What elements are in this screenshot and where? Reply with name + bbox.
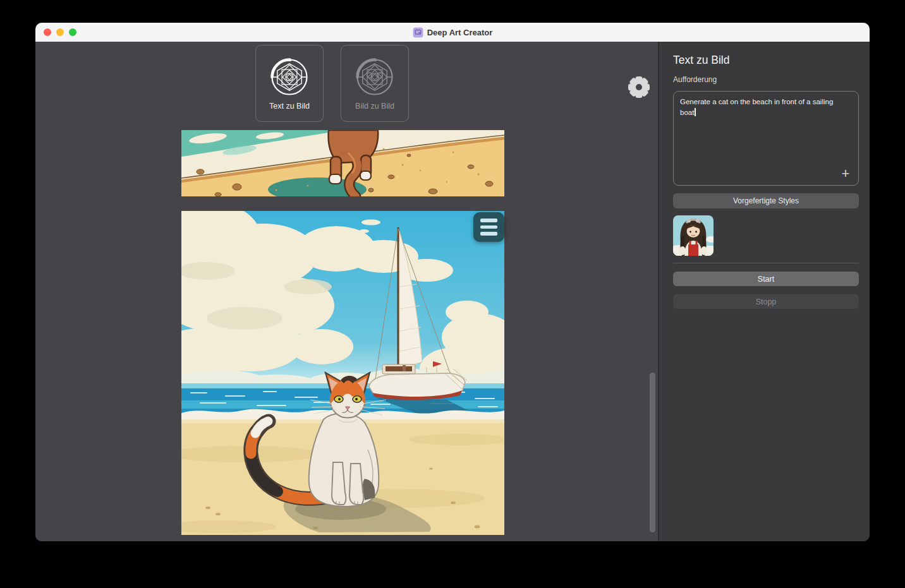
app-window: Deep Art Creator Text zu Bild Bild zu Bi… (35, 23, 870, 541)
mode-selector: Text zu Bild Bild zu Bild (255, 45, 409, 122)
style-thumbnail[interactable] (673, 215, 714, 256)
main-canvas-area: Text zu Bild Bild zu Bild (35, 42, 658, 541)
text-cursor (695, 108, 696, 116)
prompt-label: Aufforderung (673, 75, 859, 84)
traffic-lights (44, 23, 76, 42)
generated-image-bottom[interactable] (181, 211, 504, 535)
mode-text-to-image-button[interactable]: Text zu Bild (255, 45, 324, 122)
vertical-scrollbar-thumb[interactable] (650, 373, 655, 532)
image-menu-button[interactable] (473, 212, 504, 242)
close-icon[interactable] (44, 28, 51, 36)
sidebar-panel: Text zu Bild Aufforderung Generate a cat… (659, 42, 870, 541)
add-prompt-button[interactable]: + (838, 166, 853, 181)
sidebar-title: Text zu Bild (673, 53, 859, 67)
start-button[interactable]: Start (673, 272, 859, 286)
mode-image-to-image-button[interactable]: Bild zu Bild (341, 45, 409, 122)
app-icon (413, 27, 423, 38)
sidebar-divider (673, 263, 859, 263)
stop-button[interactable]: Stopp (673, 294, 859, 309)
result-gallery (181, 130, 504, 535)
mandala-icon (269, 56, 310, 98)
preset-styles-button[interactable]: Vorgefertigte Styles (673, 193, 859, 208)
prompt-textarea[interactable]: Generate a cat on the beach in front of … (673, 91, 859, 186)
style-thumbnail-image (673, 215, 714, 256)
prompt-text-line2: boat (680, 109, 694, 116)
generated-image-top[interactable] (181, 130, 504, 196)
mode-label: Text zu Bild (269, 102, 310, 111)
minimize-icon[interactable] (56, 28, 64, 36)
mandala-icon (354, 56, 396, 98)
settings-button[interactable] (627, 75, 651, 99)
titlebar: Deep Art Creator (35, 23, 870, 42)
prompt-text-line1: Generate a cat on the beach in front of … (680, 98, 833, 105)
gear-icon (627, 75, 651, 99)
zoom-icon[interactable] (69, 28, 76, 36)
hamburger-icon (480, 219, 497, 222)
window-title: Deep Art Creator (413, 27, 493, 38)
mode-label: Bild zu Bild (355, 102, 394, 111)
